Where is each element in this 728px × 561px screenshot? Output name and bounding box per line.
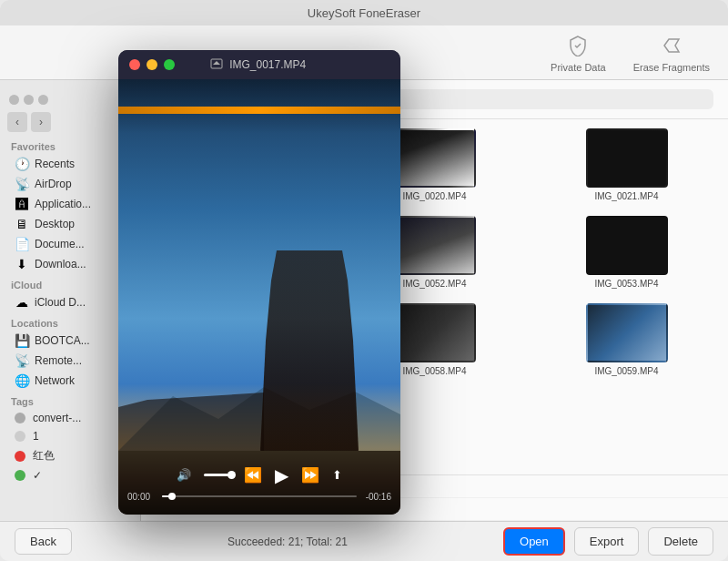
person-silhouette: [255, 250, 364, 451]
finder-window: IMG_0017.MP4 🔊 ⏪ ▶: [118, 50, 400, 515]
sidebar-network-label: Network: [35, 374, 75, 387]
bottom-bar: Back Succeeded: 21; Total: 21 Open Expor…: [0, 521, 728, 561]
tag-label-check: ✓: [33, 469, 42, 482]
sidebar-downloads-label: Downloa...: [35, 258, 86, 270]
sidebar-item-documents[interactable]: 📄 Docume...: [4, 234, 136, 254]
sidebar-item-icloud[interactable]: ☁ iCloud D...: [4, 292, 136, 312]
desktop-icon: 🖥: [15, 217, 29, 231]
volume-button[interactable]: 🔊: [177, 468, 191, 482]
svg-marker-1: [213, 61, 220, 65]
sidebar-bootcamp-label: BOOTCA...: [35, 334, 90, 347]
private-data-tab[interactable]: Private Data: [551, 33, 606, 73]
title-bar: UkeySoft FoneEraser: [0, 0, 728, 26]
erase-fragments-icon: [659, 33, 684, 58]
thumb-0059: [586, 303, 668, 362]
sidebar-tag-1[interactable]: 1: [4, 427, 136, 445]
network-icon: 🌐: [15, 373, 29, 388]
export-button[interactable]: Export: [574, 527, 640, 556]
sidebar-circle-1: [9, 95, 19, 105]
sidebar-airdrop-label: AirDrop: [35, 178, 72, 190]
thumb-0053: [586, 216, 668, 275]
progress-row: 00:00 -00:16: [127, 492, 391, 502]
erase-fragments-label: Erase Fragments: [633, 62, 710, 73]
nav-back-button[interactable]: ‹: [7, 112, 27, 132]
recents-icon: 🕐: [15, 157, 29, 171]
grid-item-0021[interactable]: IMG_0021.MP4: [534, 128, 719, 201]
bottom-left: Back: [15, 528, 72, 555]
finder-title-bar: IMG_0017.MP4: [118, 50, 400, 79]
sidebar-remote-label: Remote...: [35, 354, 82, 367]
erase-fragments-tab[interactable]: Erase Fragments: [633, 33, 710, 73]
bootcamp-icon: 💾: [15, 333, 29, 348]
sidebar-tag-check[interactable]: ✓: [4, 466, 136, 484]
app-title: UkeySoft FoneEraser: [308, 6, 420, 20]
delete-button[interactable]: Delete: [648, 527, 713, 556]
sidebar-item-applications[interactable]: 🅰 Applicatio...: [4, 194, 136, 214]
tag-dot-convert: [15, 413, 25, 423]
grid-item-0053[interactable]: IMG_0053.MP4: [534, 216, 719, 289]
sidebar-documents-label: Docume...: [35, 238, 85, 250]
forward-button[interactable]: ⏩: [301, 466, 319, 484]
grid-label-0021: IMG_0021.MP4: [594, 191, 658, 201]
sidebar-icloud-label: iCloud D...: [35, 296, 86, 309]
tag-dot-check: [15, 470, 25, 481]
sidebar-item-recents[interactable]: 🕐 Recents: [4, 154, 136, 174]
play-button[interactable]: ▶: [275, 464, 288, 486]
sidebar-item-airdrop[interactable]: 📡 AirDrop: [4, 174, 136, 194]
controls-row: 🔊 ⏪ ▶ ⏩ ⬆: [127, 464, 391, 486]
grid-item-0059[interactable]: IMG_0059.MP4: [534, 303, 719, 376]
bottom-right: Open Export Delete: [503, 527, 713, 556]
thumb-0020: [394, 128, 476, 188]
grid-label-0053: IMG_0053.MP4: [594, 279, 658, 289]
time-total: -00:16: [362, 492, 391, 502]
bottom-status-wrap: Succeeded: 21; Total: 21: [228, 536, 348, 548]
icloud-icon: ☁: [15, 295, 29, 310]
finder-title: IMG_0017.MP4: [126, 58, 389, 72]
tag-dot-red: [15, 451, 25, 462]
thumb-0058: [394, 303, 476, 362]
sidebar-item-downloads[interactable]: ⬇ Downloa...: [4, 254, 136, 274]
sidebar-circle-3: [38, 95, 48, 105]
sidebar-tag-red[interactable]: 红色: [4, 445, 136, 466]
grid-label-0058: IMG_0058.MP4: [402, 366, 466, 376]
grid-label-0052: IMG_0052.MP4: [402, 279, 466, 289]
video-area: 🔊 ⏪ ▶ ⏩ ⬆ 00:00 -00:16: [118, 79, 400, 515]
rewind-button[interactable]: ⏪: [244, 466, 262, 484]
sidebar-tag-convert[interactable]: convert-...: [4, 409, 136, 427]
sidebar-item-network[interactable]: 🌐 Network: [4, 371, 136, 391]
sidebar-item-remote[interactable]: 📡 Remote...: [4, 351, 136, 371]
thumb-0021: [586, 128, 668, 188]
progress-bar[interactable]: [162, 495, 357, 497]
grid-label-0020: IMG_0020.MP4: [402, 191, 466, 201]
open-button[interactable]: Open: [503, 527, 565, 556]
thumb-0052: [394, 216, 476, 275]
sidebar-recents-label: Recents: [35, 158, 75, 170]
time-current: 00:00: [127, 492, 157, 502]
sidebar-circle-2: [24, 95, 34, 105]
sidebar-item-bootcamp[interactable]: 💾 BOOTCA...: [4, 331, 136, 351]
sidebar-item-desktop[interactable]: 🖥 Desktop: [4, 214, 136, 234]
tag-label-convert: convert-...: [33, 412, 81, 424]
sidebar-desktop-label: Desktop: [35, 218, 75, 230]
progress-dot: [168, 493, 176, 500]
sidebar-applications-label: Applicatio...: [35, 198, 91, 210]
private-data-label: Private Data: [551, 62, 606, 73]
remote-icon: 📡: [15, 353, 29, 368]
tag-label-red: 红色: [33, 448, 55, 464]
downloads-icon: ⬇: [15, 257, 29, 271]
applications-icon: 🅰: [15, 197, 29, 211]
airdrop-icon: 📡: [15, 177, 29, 191]
nav-forward-button[interactable]: ›: [31, 112, 51, 132]
volume-slider[interactable]: [204, 474, 231, 476]
orange-bar: [118, 107, 400, 114]
bottom-status: Succeeded: 21; Total: 21: [228, 536, 348, 548]
grid-label-0059: IMG_0059.MP4: [594, 366, 658, 376]
tag-label-1: 1: [33, 430, 39, 443]
controls-bar: 🔊 ⏪ ▶ ⏩ ⬆ 00:00 -00:16: [118, 451, 400, 515]
back-button[interactable]: Back: [15, 528, 72, 555]
share-button[interactable]: ⬆: [332, 468, 342, 482]
tag-dot-1: [15, 431, 25, 442]
documents-icon: 📄: [15, 237, 29, 251]
private-data-icon: [565, 33, 591, 58]
